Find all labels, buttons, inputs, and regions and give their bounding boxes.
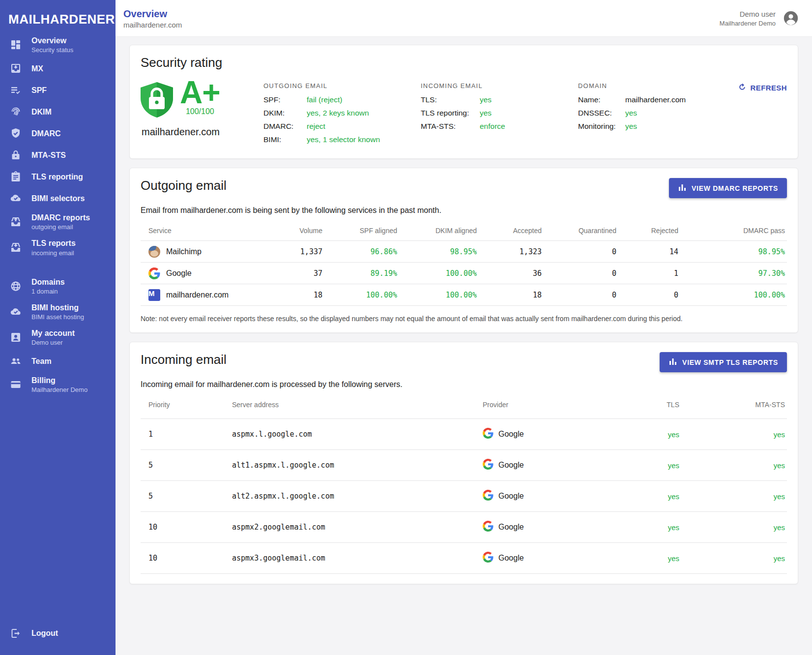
sidebar-item-mta-sts[interactable]: MTA-STS	[0, 144, 116, 166]
security-grade: A+	[180, 76, 220, 109]
view-dmarc-reports-label: VIEW DMARC REPORTS	[692, 184, 778, 192]
kv-value: mailhardener.com	[625, 95, 686, 104]
logout-button[interactable]: Logout	[0, 623, 116, 644]
page-title: Overview	[123, 7, 182, 21]
server-address: alt2.aspmx.l.google.com	[224, 481, 475, 512]
rating-block: A+ 100/100 mailhardener.com	[141, 82, 263, 149]
rejected-value: 0	[618, 284, 680, 306]
shield-check-icon	[0, 127, 31, 139]
spf-aligned-value: 100.00%	[324, 284, 399, 306]
lock-icon	[0, 149, 31, 161]
mailchimp-icon	[148, 246, 160, 258]
view-smtp-tls-reports-label: VIEW SMTP TLS REPORTS	[682, 358, 778, 366]
google-icon	[483, 459, 493, 472]
google-icon	[483, 552, 493, 565]
refresh-button[interactable]: REFRESH	[737, 82, 787, 93]
col-header: Priority	[141, 396, 224, 419]
sidebar-item-bimi-hosting[interactable]: BIMI hostingBIMI asset hosting	[0, 299, 116, 325]
sidebar-item-bimi-selectors[interactable]: BIMI selectors	[0, 187, 116, 209]
kv-value: enforce	[480, 122, 505, 131]
dmarc-pass-value: 100.00%	[680, 284, 787, 306]
google-icon	[483, 428, 493, 441]
quarantined-value: 0	[544, 284, 618, 306]
sidebar-item-dmarc[interactable]: DMARC	[0, 122, 116, 144]
domain-summary: DOMAIN Name:mailhardener.com DNSSEC:yes …	[578, 82, 706, 149]
sidebar-item-billing[interactable]: BillingMailhardener Demo	[0, 372, 116, 397]
provider-name: Google	[498, 523, 524, 532]
dmarc-pass-value: 97.30%	[680, 263, 787, 284]
tls-value: yes	[622, 512, 681, 543]
priority-value: 5	[141, 450, 224, 481]
user-org: Mailhardener Demo	[720, 20, 776, 27]
priority-value: 5	[141, 481, 224, 512]
service-name: mailhardener.com	[166, 291, 229, 299]
priority-value: 10	[141, 543, 224, 574]
server-address: aspmx2.googlemail.com	[224, 512, 475, 543]
sidebar-item-dmarc-reports[interactable]: DMARC reportsoutgoing email	[0, 209, 116, 235]
kv-value: yes	[625, 122, 637, 131]
provider-name: Google	[498, 461, 524, 470]
sidebar-item-tls-reports[interactable]: TLS reportsincoming email	[0, 235, 116, 260]
tls-value: yes	[622, 450, 681, 481]
sidebar-item-label: TLS reports	[31, 238, 76, 248]
sidebar-item-mx[interactable]: MX	[0, 58, 116, 79]
app-logo[interactable]: MAILHARDENER	[0, 0, 116, 32]
page-heading: Overview mailhardener.com	[123, 7, 182, 29]
kv-label: TLS reporting:	[421, 109, 480, 118]
table-row: 10 aspmx3.googlemail.com Google yes yes	[141, 543, 787, 574]
sidebar-item-label: DKIM	[31, 107, 52, 117]
sidebar-item-sub: Mailhardener Demo	[31, 386, 87, 393]
rejected-value: 14	[618, 241, 680, 263]
volume-value: 1,337	[274, 241, 324, 263]
sidebar-item-label: BIMI hosting	[31, 303, 84, 312]
sidebar-item-spf[interactable]: SPF	[0, 79, 116, 101]
view-smtp-tls-reports-button[interactable]: VIEW SMTP TLS REPORTS	[660, 352, 787, 372]
outgoing-email-note: Note: not every email receiver reports t…	[141, 315, 787, 323]
dmarc-pass-value: 98.95%	[680, 241, 787, 263]
server-address: aspmx.l.google.com	[224, 419, 475, 450]
sidebar-item-label: MTA-STS	[31, 150, 66, 160]
page-subtitle: mailhardener.com	[123, 21, 182, 29]
outgoing-email-summary: OUTGOING EMAIL SPF:fail (reject) DKIM:ye…	[263, 82, 391, 149]
user-menu: Demo user Mailhardener Demo	[720, 10, 799, 27]
col-header: TLS	[622, 396, 681, 419]
app-root: MAILHARDENER OverviewSecurity status MX …	[0, 0, 812, 655]
sidebar-item-dkim[interactable]: DKIM	[0, 101, 116, 122]
kv-value: fail (reject)	[307, 95, 342, 104]
table-header-row: Priority Server address Provider TLS MTA…	[141, 396, 787, 419]
col-header: Accepted	[479, 222, 544, 241]
google-icon	[148, 268, 160, 279]
quarantined-value: 0	[544, 263, 618, 284]
sidebar-item-team[interactable]: Team	[0, 350, 116, 372]
service-name: Mailchimp	[166, 247, 202, 256]
volume-value: 18	[274, 284, 324, 306]
sidebar-item-domains[interactable]: Domains1 domain	[0, 273, 116, 299]
provider-name: Google	[498, 430, 524, 439]
sidebar-item-tls-reporting[interactable]: TLS reporting	[0, 166, 116, 187]
incoming-email-description: Incoming email for mailhardener.com is p…	[141, 380, 787, 389]
kv-value: yes, 1 selector known	[307, 135, 380, 144]
avatar-icon[interactable]	[783, 10, 799, 27]
tls-value: yes	[622, 419, 681, 450]
spf-aligned-value: 96.86%	[324, 241, 399, 263]
col-header: Server address	[224, 396, 475, 419]
sidebar-item-overview[interactable]: OverviewSecurity status	[0, 32, 116, 58]
outgoing-email-card: Outgoing email VIEW DMARC REPORTS Email …	[129, 168, 798, 333]
sidebar-item-my-account[interactable]: My accountDemo user	[0, 325, 116, 350]
google-icon	[483, 490, 493, 503]
accepted-value: 18	[479, 284, 544, 306]
rejected-value: 1	[618, 263, 680, 284]
kv-label: SPF:	[263, 95, 307, 104]
logout-icon	[0, 627, 31, 639]
google-icon	[483, 521, 493, 534]
kv-label: TLS:	[421, 95, 480, 104]
sidebar-item-label: Domains	[31, 277, 65, 287]
col-header: Quarantined	[544, 222, 618, 241]
view-dmarc-reports-button[interactable]: VIEW DMARC REPORTS	[669, 178, 787, 198]
table-row: Mmailhardener.com 18 100.00% 100.00% 18 …	[141, 284, 787, 306]
dashboard-icon	[0, 39, 31, 51]
table-row: 5 alt2.aspmx.l.google.com Google yes yes	[141, 481, 787, 512]
mta-sts-value: yes	[681, 512, 787, 543]
inbox-arrow-icon	[0, 62, 31, 74]
kv-value: reject	[307, 122, 325, 131]
